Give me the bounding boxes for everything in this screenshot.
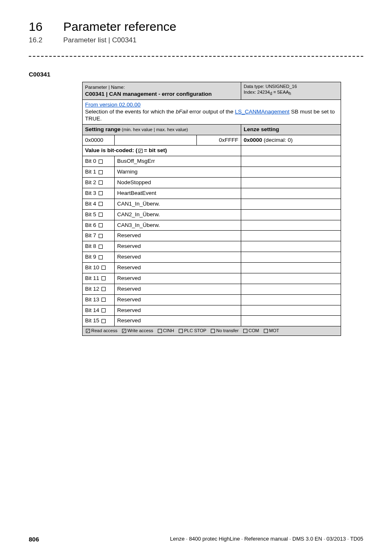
- bit-row: Bit 8 Reserved: [83, 241, 341, 252]
- section-header-row: 16.2 Parameter list | C00341: [29, 33, 363, 44]
- bit-check-icon: [101, 276, 106, 280]
- bit-index: Bit 10: [85, 264, 99, 271]
- page-number: 806: [29, 536, 39, 543]
- range-min: 0x0000: [83, 135, 115, 146]
- bit-index: Bit 15: [85, 317, 99, 324]
- bit-name: Reserved: [115, 305, 241, 316]
- bit-row: Bit 12 Reserved: [83, 284, 341, 294]
- setting-range-cell: Setting range (min. hex value | max. hex…: [83, 124, 241, 135]
- bit-index-cell: Bit 7: [83, 231, 115, 241]
- bit-right: [241, 294, 341, 305]
- bit-check-icon: [99, 234, 103, 238]
- bit-name: HeartBeatEvent: [115, 188, 241, 199]
- bit-index-cell: Bit 5: [83, 209, 115, 220]
- lenze-setting-label: Lenze setting: [244, 126, 279, 132]
- read-access-label: Read access: [90, 328, 118, 333]
- plcstop-label: PLC STOP: [183, 328, 206, 333]
- lenze-setting-cell: Lenze setting: [241, 124, 341, 135]
- param-index-mid: = 5EAA: [272, 90, 289, 95]
- bit-right: [241, 305, 341, 316]
- bit-right: [241, 273, 341, 284]
- bit-check-icon: [101, 287, 106, 291]
- param-title-row: Parameter | Name: C00341 | CAN managemen…: [83, 82, 341, 100]
- bit-index: Bit 8: [85, 243, 96, 249]
- bit-index-cell: Bit 10: [83, 263, 115, 273]
- param-name-label: Parameter | Name:: [85, 85, 125, 90]
- bit-row: Bit 13 Reserved: [83, 294, 341, 305]
- header-divider: [29, 56, 363, 57]
- bit-right: [241, 178, 341, 188]
- bit-index-cell: Bit 6: [83, 220, 115, 231]
- bit-index: Bit 12: [85, 286, 99, 292]
- bit-name: Reserved: [115, 241, 241, 252]
- bit-check-icon: [99, 170, 103, 174]
- bit-right: [241, 220, 341, 231]
- param-desc-cell: From version 02.00.00 Selection of the e…: [83, 100, 341, 125]
- range-max: 0xFFFF: [197, 135, 241, 146]
- param-index-pre: Index: 24234: [244, 90, 270, 95]
- bit-index-cell: Bit 4: [83, 199, 115, 209]
- bit-index-cell: Bit 15: [83, 316, 115, 326]
- param-desc-row: From version 02.00.00 Selection of the e…: [83, 100, 341, 125]
- setting-header-row: Setting range (min. hex value | max. hex…: [83, 124, 341, 135]
- plcstop-check-icon: [179, 329, 183, 333]
- mot-check-icon: [264, 329, 268, 333]
- bit-row: Bit 4 CAN1_In_Überw.: [83, 199, 341, 209]
- default-decimal: (decimal: 0): [262, 137, 293, 143]
- bit-right: [241, 156, 341, 167]
- bit-index: Bit 2: [85, 179, 96, 185]
- notransfer-label: No transfer: [215, 328, 238, 333]
- param-version-link[interactable]: From version 02.00.00: [85, 102, 141, 108]
- cinh-check-icon: [158, 329, 162, 333]
- access-flags-cell: Read access Write access CINH PLC STOP N…: [83, 326, 341, 336]
- section-title: Parameter list | C00341: [63, 36, 136, 44]
- param-table: Parameter | Name: C00341 | CAN managemen…: [82, 82, 341, 336]
- write-access-check-icon: [122, 329, 126, 333]
- bit-check-icon: [99, 202, 103, 206]
- bit-check-icon: [101, 298, 106, 302]
- access-flags-row: Read access Write access CINH PLC STOP N…: [83, 326, 341, 336]
- bit-name: CAN3_In_Überw.: [115, 220, 241, 231]
- bit-index: Bit 6: [85, 222, 96, 228]
- bit-row: Bit 6 CAN3_In_Überw.: [83, 220, 341, 231]
- bitset-check-icon: [138, 149, 143, 153]
- chapter-header-row: 16 Parameter reference: [29, 20, 363, 33]
- bit-check-icon: [101, 319, 106, 323]
- bit-name: Reserved: [115, 316, 241, 326]
- param-anchor: C00341: [29, 71, 363, 78]
- bit-row: Bit 3 HeartBeatEvent: [83, 188, 341, 199]
- bit-row: Bit 15 Reserved: [83, 316, 341, 326]
- bit-right: [241, 316, 341, 326]
- param-desc-pre: Selection of the events for which the: [85, 109, 176, 115]
- bit-index: Bit 11: [85, 275, 99, 281]
- bitset-post: = bit set): [143, 147, 167, 153]
- bit-index: Bit 14: [85, 307, 99, 313]
- bit-row: Bit 1 Warning: [83, 167, 341, 178]
- bit-right: [241, 284, 341, 294]
- bit-row: Bit 11 Reserved: [83, 273, 341, 284]
- param-index-sub-h: h: [289, 91, 291, 96]
- bit-row: Bit 9 Reserved: [83, 252, 341, 263]
- bit-index-cell: Bit 9: [83, 252, 115, 263]
- bit-row: Bit 2 NodeStopped: [83, 178, 341, 188]
- bit-index-cell: Bit 14: [83, 305, 115, 316]
- bit-right: [241, 241, 341, 252]
- page: 16 Parameter reference 16.2 Parameter li…: [0, 0, 392, 555]
- bit-right: [241, 209, 341, 220]
- bit-index: Bit 13: [85, 296, 99, 303]
- param-desc-link[interactable]: LS_CANMAnagement: [235, 109, 290, 115]
- bit-right: [241, 263, 341, 273]
- range-spacer: [115, 135, 197, 146]
- read-access-check-icon: [86, 329, 90, 333]
- bit-index: Bit 9: [85, 254, 96, 260]
- bit-index: Bit 5: [85, 211, 96, 217]
- bit-name: Reserved: [115, 273, 241, 284]
- bit-index-cell: Bit 1: [83, 167, 115, 178]
- footer-doc-info: Lenze · 8400 protec HighLine · Reference…: [170, 536, 363, 543]
- param-desc-bfail: bFail: [176, 109, 188, 115]
- write-access-label: Write access: [126, 328, 153, 333]
- setting-range-label: Setting range: [85, 126, 120, 132]
- bit-right: [241, 199, 341, 209]
- com-label: COM: [247, 328, 259, 333]
- range-row: 0x0000 0xFFFF 0x0000 (decimal: 0): [83, 135, 341, 146]
